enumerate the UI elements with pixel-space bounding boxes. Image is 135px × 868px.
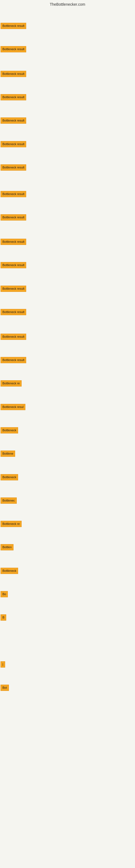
bottleneck-badge-2: Bottleneck result: [1, 46, 26, 52]
bottleneck-badge-18: Bottleneck: [1, 427, 18, 433]
bottleneck-badge-12: Bottleneck result: [1, 286, 26, 292]
bottleneck-badge-15: Bottleneck result: [1, 357, 26, 363]
bottleneck-badge-11: Bottleneck result: [1, 262, 26, 268]
bottleneck-badge-3: Bottleneck result: [1, 71, 26, 77]
page-title: TheBottlenecker.com: [0, 0, 135, 8]
bottleneck-badge-25: Bo: [1, 591, 8, 597]
bottleneck-badge-20: Bottleneck: [1, 474, 18, 480]
bottleneck-badge-27: |: [1, 661, 5, 668]
bottleneck-badge-17: Bottleneck resul: [1, 404, 26, 410]
bottleneck-badge-1: Bottleneck result: [1, 23, 26, 29]
bottleneck-badge-5: Bottleneck result: [1, 118, 26, 124]
bottleneck-badge-9: Bottleneck result: [1, 214, 26, 220]
items-container: Bottleneck resultBottleneck resultBottle…: [0, 8, 135, 868]
bottleneck-badge-10: Bottleneck result: [1, 239, 26, 245]
bottleneck-badge-24: Bottleneck: [1, 568, 18, 574]
bottleneck-badge-26: B: [1, 614, 6, 621]
bottleneck-badge-8: Bottleneck result: [1, 191, 26, 197]
bottleneck-badge-13: Bottleneck result: [1, 309, 26, 315]
bottleneck-badge-6: Bottleneck result: [1, 141, 26, 147]
bottleneck-badge-16: Bottleneck re: [1, 380, 21, 386]
bottleneck-badge-21: Bottlenec: [1, 497, 17, 504]
bottleneck-badge-28: Bot: [1, 685, 9, 691]
bottleneck-badge-7: Bottleneck result: [1, 164, 26, 170]
bottleneck-badge-14: Bottleneck result: [1, 334, 26, 340]
bottleneck-badge-22: Bottleneck re: [1, 521, 21, 527]
bottleneck-badge-4: Bottleneck result: [1, 94, 26, 100]
bottleneck-badge-23: Bottlen: [1, 544, 13, 550]
bottleneck-badge-19: Bottlene: [1, 451, 15, 457]
